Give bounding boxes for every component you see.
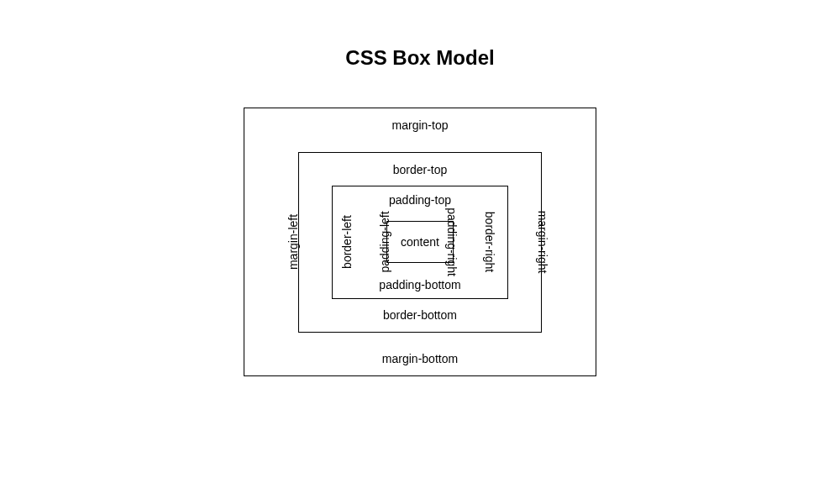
padding-layer: padding-top padding-right padding-bottom… [332,186,508,299]
margin-layer: margin-top margin-right margin-bottom ma… [244,108,596,376]
box-model-diagram: margin-top margin-right margin-bottom ma… [244,108,596,376]
padding-top-label: padding-top [389,193,451,207]
border-top-label: border-top [393,163,448,176]
content-layer: content [386,221,454,263]
content-label: content [401,235,439,249]
diagram-title: CSS Box Model [345,46,494,70]
border-bottom-label: border-bottom [383,308,457,322]
padding-bottom-label: padding-bottom [379,278,460,291]
border-layer: border-top border-right border-bottom bo… [298,152,542,333]
margin-top-label: margin-top [392,118,449,132]
margin-bottom-label: margin-bottom [382,352,458,365]
